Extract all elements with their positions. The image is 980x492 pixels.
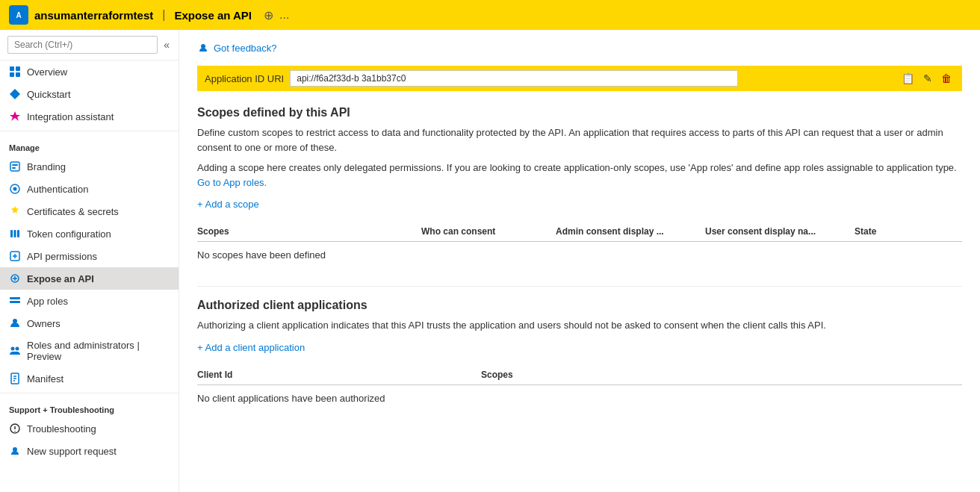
- sidebar-item-roles-admin[interactable]: Roles and administrators | Preview: [0, 334, 179, 367]
- pin-icon[interactable]: ⊕: [264, 8, 273, 22]
- svg-rect-2: [10, 66, 14, 71]
- app-name: ansumanterraformtest: [34, 9, 153, 22]
- svg-point-21: [16, 347, 19, 351]
- token-config-icon: [9, 228, 21, 240]
- sidebar-item-certificates-label: Certificates & secrets: [27, 206, 119, 217]
- title-separator: |: [162, 8, 165, 22]
- sidebar-item-api-permissions-label: API permissions: [27, 251, 97, 262]
- svg-text:A: A: [16, 11, 21, 19]
- sidebar-item-quickstart-label: Quickstart: [27, 89, 71, 100]
- add-scope-label: + Add a scope: [197, 199, 259, 210]
- auth-clients-desc: Authorizing a client application indicat…: [197, 318, 962, 333]
- search-input[interactable]: [7, 36, 158, 54]
- clients-table-header: Client Id Scopes: [197, 365, 962, 385]
- sidebar-item-api-permissions[interactable]: API permissions: [0, 245, 179, 267]
- svg-rect-3: [16, 66, 20, 71]
- col-header-user: User consent display na...: [705, 226, 855, 237]
- page-title: Expose an API: [174, 9, 252, 22]
- svg-marker-6: [10, 89, 20, 99]
- api-permissions-icon: [9, 250, 21, 262]
- svg-rect-18: [10, 301, 20, 303]
- svg-rect-14: [17, 230, 19, 237]
- svg-rect-17: [10, 297, 20, 299]
- sidebar-item-quickstart[interactable]: Quickstart: [0, 83, 179, 105]
- nav-divider-2: [0, 393, 179, 393]
- add-client-button[interactable]: + Add a client application: [197, 339, 305, 356]
- nav-divider-1: [0, 131, 179, 131]
- svg-point-20: [11, 347, 15, 351]
- scopes-section-title: Scopes defined by this API: [197, 106, 962, 119]
- authentication-icon: [9, 183, 21, 195]
- sidebar-item-manifest[interactable]: Manifest: [0, 367, 179, 390]
- app-id-uri-label: Application ID URI: [205, 73, 284, 84]
- svg-rect-7: [10, 162, 19, 171]
- auth-clients-title: Authorized client applications: [197, 299, 962, 312]
- sidebar-item-owners[interactable]: Owners: [0, 312, 179, 334]
- sidebar-item-authentication-label: Authentication: [27, 184, 88, 195]
- go-to-app-roles-link[interactable]: Go to App roles.: [197, 177, 267, 188]
- overview-icon: [9, 66, 21, 78]
- sidebar-item-expose-api-label: Expose an API: [27, 273, 94, 284]
- sidebar-item-certificates[interactable]: Certificates & secrets: [0, 200, 179, 222]
- search-bar: «: [0, 30, 179, 60]
- no-clients-row: No client applications have been authori…: [197, 385, 962, 411]
- svg-rect-13: [14, 230, 16, 237]
- branding-icon: [9, 161, 21, 172]
- app-id-uri-value: api://f6a2f33d-b 3a1bb37c0: [290, 70, 738, 87]
- col-header-admin: Admin consent display ...: [556, 226, 705, 237]
- app-id-uri-row: Application ID URI api://f6a2f33d-b 3a1b…: [197, 66, 962, 91]
- integration-icon: [9, 110, 21, 122]
- section-divider: [197, 286, 962, 287]
- expose-api-icon: [9, 273, 21, 284]
- manage-section-label: Manage: [0, 134, 179, 155]
- scopes-section: Scopes defined by this API Define custom…: [197, 106, 962, 268]
- svg-rect-8: [12, 164, 18, 166]
- sidebar-item-token-config[interactable]: Token configuration: [0, 222, 179, 245]
- svg-rect-12: [10, 230, 13, 237]
- sidebar-item-troubleshooting[interactable]: Troubleshooting: [0, 417, 179, 440]
- manifest-icon: [9, 373, 21, 384]
- sidebar-item-integration[interactable]: Integration assistant: [0, 105, 179, 128]
- feedback-text: Got feedback?: [214, 43, 277, 54]
- certificates-icon: [9, 205, 21, 217]
- col-header-state: State: [855, 226, 962, 237]
- sidebar-item-overview-label: Overview: [27, 66, 67, 78]
- sidebar-item-manifest-label: Manifest: [27, 373, 63, 384]
- main-content: Got feedback? Application ID URI api://f…: [179, 30, 980, 492]
- svg-rect-4: [10, 72, 14, 77]
- sidebar-item-authentication[interactable]: Authentication: [0, 178, 179, 200]
- col-header-client-id: Client Id: [197, 370, 481, 380]
- add-client-label: + Add a client application: [197, 342, 305, 353]
- col-header-consent: Who can consent: [421, 226, 556, 237]
- sidebar-item-new-support[interactable]: New support request: [0, 440, 179, 462]
- delete-app-id-button[interactable]: 🗑: [938, 71, 955, 86]
- svg-rect-9: [12, 167, 16, 169]
- sidebar-item-integration-label: Integration assistant: [27, 111, 114, 122]
- app-logo: A: [9, 5, 28, 25]
- copy-app-id-button[interactable]: 📋: [899, 71, 917, 86]
- sidebar-item-branding[interactable]: Branding: [0, 155, 179, 178]
- more-options-icon[interactable]: ...: [279, 8, 289, 22]
- auth-clients-section: Authorized client applications Authorizi…: [197, 299, 962, 411]
- top-bar: A ansumanterraformtest | Expose an API ⊕…: [0, 0, 980, 30]
- new-support-icon: [9, 445, 21, 457]
- add-scope-button[interactable]: + Add a scope: [197, 196, 259, 213]
- collapse-icon[interactable]: «: [162, 37, 171, 52]
- sidebar-item-app-roles[interactable]: App roles: [0, 290, 179, 312]
- sidebar-item-overview[interactable]: Overview: [0, 60, 179, 83]
- sidebar-item-troubleshooting-label: Troubleshooting: [27, 423, 96, 435]
- roles-admin-icon: [9, 345, 21, 357]
- feedback-bar[interactable]: Got feedback?: [197, 42, 962, 54]
- sidebar-item-expose-api[interactable]: Expose an API: [0, 267, 179, 290]
- svg-rect-5: [16, 72, 20, 77]
- support-section-label: Support + Troubleshooting: [0, 396, 179, 417]
- quickstart-icon: [9, 88, 21, 100]
- sidebar-item-token-config-label: Token configuration: [27, 228, 111, 240]
- clients-table: Client Id Scopes No client applications …: [197, 365, 962, 411]
- app-roles-icon: [9, 295, 21, 307]
- owners-icon: [9, 317, 21, 329]
- col-header-client-scopes: Scopes: [481, 370, 962, 380]
- col-header-scopes: Scopes: [197, 226, 421, 237]
- edit-app-id-button[interactable]: ✎: [920, 71, 935, 86]
- sidebar-item-new-support-label: New support request: [27, 446, 117, 457]
